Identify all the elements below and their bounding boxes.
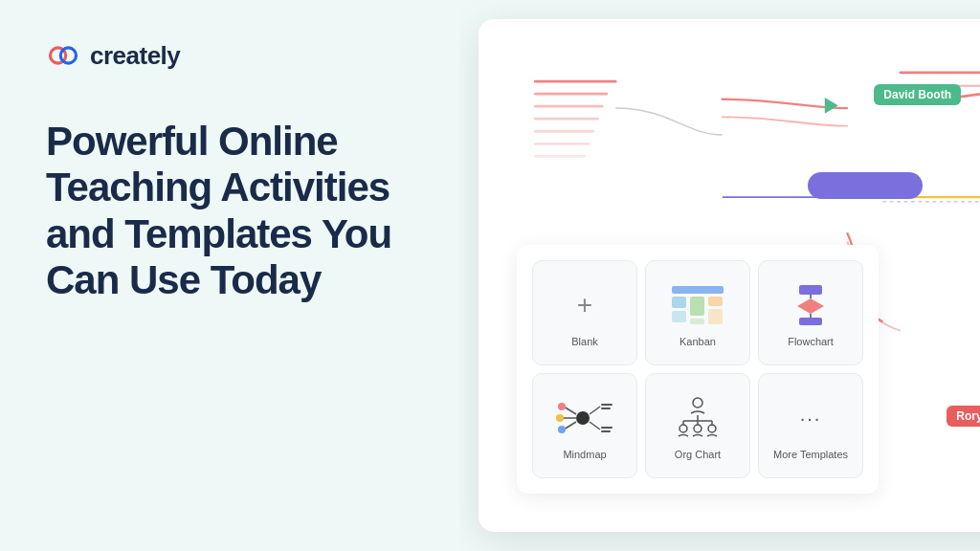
blank-icon: + bbox=[556, 282, 613, 328]
page-headline: Powerful Online Teaching Activities and … bbox=[46, 119, 413, 303]
svg-rect-20 bbox=[799, 285, 822, 295]
svg-rect-19 bbox=[708, 309, 723, 324]
rory-logan-badge: Rory Logan bbox=[947, 406, 980, 427]
template-blank[interactable]: + Blank bbox=[532, 260, 637, 365]
svg-line-32 bbox=[590, 407, 600, 414]
more-templates-icon: ··· bbox=[782, 395, 839, 441]
template-more[interactable]: ··· More Templates bbox=[758, 373, 863, 478]
left-panel: creately Powerful Online Teaching Activi… bbox=[0, 0, 459, 551]
template-mindmap-label: Mindmap bbox=[563, 449, 606, 460]
svg-point-29 bbox=[558, 403, 566, 410]
svg-point-1 bbox=[60, 48, 76, 63]
canvas-area: David Booth Rory Logan + Blank bbox=[479, 19, 980, 532]
template-flowchart-label: Flowchart bbox=[788, 336, 834, 347]
svg-rect-14 bbox=[672, 297, 686, 308]
svg-point-46 bbox=[708, 425, 716, 432]
right-panel: David Booth Rory Logan + Blank bbox=[459, 0, 980, 551]
svg-point-30 bbox=[556, 414, 564, 422]
template-grid: + Blank bbox=[517, 245, 879, 494]
svg-rect-13 bbox=[672, 286, 724, 294]
svg-rect-15 bbox=[672, 311, 686, 322]
svg-rect-22 bbox=[799, 318, 822, 325]
kanban-icon bbox=[669, 282, 726, 328]
logo: creately bbox=[46, 38, 413, 73]
svg-point-31 bbox=[558, 426, 566, 433]
template-kanban-label: Kanban bbox=[679, 336, 716, 347]
template-mindmap[interactable]: Mindmap bbox=[532, 373, 637, 478]
svg-point-25 bbox=[576, 411, 590, 425]
svg-line-26 bbox=[564, 407, 576, 414]
flowchart-icon bbox=[782, 282, 839, 328]
svg-rect-16 bbox=[690, 297, 704, 316]
template-flowchart[interactable]: Flowchart bbox=[758, 260, 863, 365]
template-orgchart-label: Org Chart bbox=[675, 449, 721, 460]
svg-point-38 bbox=[693, 398, 702, 408]
template-orgchart[interactable]: Org Chart bbox=[645, 373, 750, 478]
purple-pill-shape bbox=[808, 172, 923, 199]
svg-point-45 bbox=[694, 425, 702, 432]
svg-point-44 bbox=[679, 425, 687, 432]
svg-rect-18 bbox=[708, 297, 723, 306]
template-blank-label: Blank bbox=[571, 336, 598, 347]
mindmap-icon bbox=[556, 395, 613, 441]
template-more-label: More Templates bbox=[773, 449, 848, 460]
svg-marker-21 bbox=[797, 298, 824, 314]
svg-marker-12 bbox=[825, 98, 838, 114]
template-kanban[interactable]: Kanban bbox=[645, 260, 750, 365]
david-booth-badge: David Booth bbox=[874, 84, 961, 105]
logo-text: creately bbox=[90, 41, 180, 71]
creately-logo-icon bbox=[46, 38, 80, 73]
svg-line-33 bbox=[590, 422, 600, 430]
svg-line-28 bbox=[564, 422, 576, 430]
orgchart-icon bbox=[669, 395, 726, 441]
svg-rect-17 bbox=[690, 319, 704, 324]
